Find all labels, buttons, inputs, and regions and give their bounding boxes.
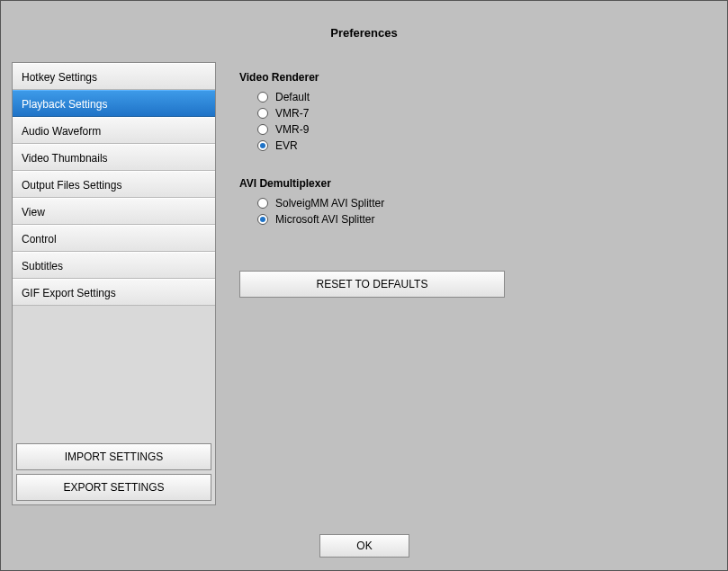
radio-row: VMR-7 — [257, 107, 707, 120]
dialog-title: Preferences — [1, 26, 727, 40]
sidebar-item[interactable]: View — [13, 198, 215, 225]
radio-button[interactable] — [257, 140, 268, 151]
reset-defaults-button[interactable]: RESET TO DEFAULTS — [239, 271, 505, 298]
radio-label: Default — [275, 91, 310, 103]
radio-button[interactable] — [257, 198, 268, 209]
sidebar-buttons: IMPORT SETTINGS EXPORT SETTINGS — [16, 440, 211, 501]
sidebar-list: Hotkey SettingsPlayback SettingsAudio Wa… — [13, 63, 215, 306]
radio-row: EVR — [257, 139, 707, 152]
import-settings-button[interactable]: IMPORT SETTINGS — [16, 443, 211, 470]
sidebar-item[interactable]: GIF Export Settings — [13, 279, 215, 306]
sidebar-item[interactable]: Subtitles — [13, 252, 215, 279]
sidebar-item[interactable]: Audio Waveform — [13, 117, 215, 144]
sidebar-item[interactable]: Video Thumbnails — [13, 144, 215, 171]
radio-row: SolveigMM AVI Splitter — [257, 197, 707, 210]
ok-button[interactable]: OK — [319, 534, 409, 558]
sidebar-item[interactable]: Hotkey Settings — [13, 63, 215, 90]
radio-label: Microsoft AVI Splitter — [275, 213, 374, 226]
sidebar-item[interactable]: Playback Settings — [13, 90, 215, 117]
radio-row: Microsoft AVI Splitter — [257, 213, 707, 226]
radio-label: EVR — [275, 139, 298, 152]
video-renderer-options: DefaultVMR-7VMR-9EVR — [239, 91, 707, 152]
radio-button[interactable] — [257, 108, 268, 119]
avi-demux-options: SolveigMM AVI SplitterMicrosoft AVI Spli… — [239, 197, 707, 226]
radio-row: VMR-9 — [257, 123, 707, 136]
settings-panel: Video Renderer DefaultVMR-7VMR-9EVR AVI … — [239, 71, 707, 229]
radio-label: SolveigMM AVI Splitter — [275, 197, 384, 210]
radio-button[interactable] — [257, 92, 268, 103]
sidebar-item[interactable]: Control — [13, 225, 215, 252]
radio-button[interactable] — [257, 124, 268, 135]
preferences-dialog: Preferences Hotkey SettingsPlayback Sett… — [0, 0, 728, 571]
export-settings-button[interactable]: EXPORT SETTINGS — [16, 474, 211, 501]
radio-row: Default — [257, 91, 707, 103]
video-renderer-title: Video Renderer — [239, 71, 707, 84]
radio-label: VMR-9 — [275, 123, 309, 136]
radio-label: VMR-7 — [275, 107, 309, 120]
avi-demux-title: AVI Demultiplexer — [239, 177, 707, 190]
sidebar: Hotkey SettingsPlayback SettingsAudio Wa… — [12, 62, 216, 505]
sidebar-item[interactable]: Output Files Settings — [13, 171, 215, 198]
radio-button[interactable] — [257, 214, 268, 225]
